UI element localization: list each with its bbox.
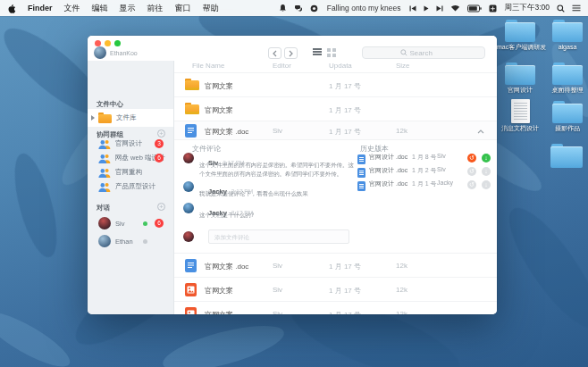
menu-bar: Finder 文件 编辑 显示 前往 窗口 帮助 Falling onto my… (0, 0, 588, 16)
unread-badge: 3 (155, 139, 164, 148)
spotlight-search-icon[interactable] (557, 4, 565, 13)
desktop-icon-mac-research[interactable]: mac客户端调研发 (497, 20, 543, 51)
comment-item: Jacky3:17 PM (183, 203, 194, 213)
compass-app-icon[interactable] (310, 4, 318, 13)
apple-menu-icon[interactable] (7, 3, 16, 13)
search-input[interactable] (410, 49, 448, 57)
restore-version-icon[interactable]: ↺ (467, 167, 476, 176)
menu-item-file[interactable]: 文件 (64, 3, 80, 14)
messages-icon[interactable] (294, 4, 303, 13)
file-row-folder-1[interactable]: 官网文案 1 月 17 号 (174, 72, 497, 96)
menu-item-edit[interactable]: 编辑 (92, 3, 108, 14)
menu-item-finder[interactable]: Finder (28, 4, 53, 13)
desktop-icon-message-doc[interactable]: 消息文档设计 (497, 99, 543, 132)
comment-text: 我就是来随便评论下，看看会出现什么效果 (199, 189, 358, 198)
current-user-chip[interactable]: EthanKoo (94, 46, 138, 59)
version-date: 1 月 8 号 (412, 153, 437, 162)
file-row-doc-2[interactable]: 官网文案 .doc Siv 1 月 17 号 12k (174, 253, 497, 277)
menu-item-go[interactable]: 前往 (147, 3, 164, 14)
version-name: 官网设计 .doc (369, 179, 407, 188)
minimize-window-button[interactable] (105, 40, 111, 46)
restore-version-icon[interactable]: ↺ (467, 180, 476, 189)
zoom-window-button[interactable] (114, 40, 121, 46)
input-source-icon[interactable] (489, 4, 497, 13)
commenter-avatar (183, 153, 194, 163)
group-icon (98, 182, 111, 192)
download-version-icon[interactable]: ↓ (482, 180, 491, 189)
group-icon (98, 168, 111, 178)
file-row-image-1[interactable]: 官网文案 Siv 1 月 17 号 12k (174, 277, 497, 301)
menu-item-help[interactable]: 帮助 (203, 3, 219, 14)
file-row-doc-expanded[interactable]: 官网文案 .doc Siv 1 月 17 号 12k (174, 121, 497, 139)
column-header-editor[interactable]: Editor (273, 62, 291, 70)
add-comment-field[interactable] (208, 229, 349, 244)
file-update: 1 月 17 号 (329, 286, 361, 296)
sidebar-chat-siv[interactable]: Siv 6 (88, 214, 173, 232)
collapse-chevron-icon[interactable] (477, 128, 484, 136)
menu-clock[interactable]: 周三下午3:00 (504, 3, 550, 13)
forward-button[interactable] (284, 47, 298, 59)
file-name: 官网文案 (205, 105, 233, 115)
file-size: 12k (396, 310, 407, 314)
file-name: 官网文案 (205, 286, 233, 296)
file-row-folder-2[interactable]: 官网文案 1 月 17 号 (174, 96, 497, 121)
file-name: 官网文案 (205, 310, 233, 314)
sidebar-item-label: 官网重构 (115, 168, 142, 177)
library-folder-icon (98, 113, 112, 123)
wifi-icon[interactable] (450, 4, 460, 12)
folder-icon (505, 20, 535, 42)
column-header-update[interactable]: Updata (329, 62, 352, 70)
desktop-icon-algasa[interactable]: algasa (544, 20, 588, 51)
list-view-button[interactable] (313, 48, 322, 55)
chat-name: Ethan (115, 238, 133, 246)
desktop-icon-label: 摄影作品 (544, 125, 588, 132)
sidebar-item-file-library[interactable]: 文件库 (88, 109, 173, 127)
grid-view-button[interactable] (327, 48, 336, 57)
folder-icon (552, 101, 583, 123)
version-row: 官网设计 .doc 1 月 8 号 Siv ↺ ↓ (357, 153, 490, 165)
notification-center-icon[interactable] (572, 4, 581, 12)
menu-item-view[interactable]: 显示 (120, 3, 136, 14)
notification-bell-icon[interactable] (279, 4, 287, 13)
add-comment-input[interactable] (209, 234, 349, 240)
download-version-icon[interactable]: ↓ (482, 154, 491, 163)
next-track-icon[interactable] (436, 5, 443, 12)
doc-file-icon (185, 124, 197, 139)
menu-item-window[interactable]: 窗口 (175, 3, 191, 14)
search-field[interactable] (362, 46, 485, 59)
file-update: 1 月 17 号 (329, 127, 361, 137)
file-editor: Siv (273, 127, 282, 135)
restore-version-icon[interactable]: ↺ (467, 154, 476, 163)
play-icon[interactable] (424, 5, 429, 12)
desktop-icon-folder[interactable] (543, 144, 588, 170)
desktop-icon-website-design[interactable]: 官网设计 (497, 63, 543, 94)
sidebar-chat-ethan[interactable]: Ethan (88, 232, 173, 250)
chat-avatar (98, 217, 111, 229)
file-update: 1 月 17 号 (329, 105, 361, 115)
column-header-size[interactable]: Size (396, 62, 410, 70)
column-header-name[interactable]: File Name (192, 62, 224, 70)
folder-icon (552, 20, 583, 42)
file-row-image-2[interactable]: 官网文案 Siv 1 月 17 号 12k (174, 301, 497, 314)
desktop-icon-to-organize[interactable]: 桌面待整理 (544, 63, 588, 94)
version-date: 1 月 1 号 (412, 179, 437, 188)
file-manager-window: EthanKoo 文件中心 文件库 协同群组 官网设计 3 (88, 36, 497, 314)
desktop-icon-photography[interactable]: 摄影作品 (544, 101, 588, 132)
add-chat-icon[interactable] (157, 203, 165, 211)
commenter-avatar (183, 181, 194, 192)
comment-text: 这个文档是干什么的? (199, 211, 358, 220)
download-version-icon[interactable]: ↓ (482, 167, 491, 176)
battery-icon[interactable] (467, 4, 482, 13)
file-size: 12k (396, 127, 407, 135)
back-button[interactable] (268, 47, 281, 59)
disclosure-triangle-icon[interactable] (91, 115, 95, 121)
file-editor: Siv (273, 310, 282, 314)
close-window-button[interactable] (95, 40, 101, 46)
previous-track-icon[interactable] (409, 5, 416, 12)
comment-item: Jacky3:17 PM (183, 181, 194, 192)
now-playing-title: Falling onto my knees (327, 4, 401, 13)
sidebar-group-prototype-design[interactable]: 产品原型设计 (88, 179, 173, 195)
user-avatar (94, 46, 106, 59)
folder-icon (505, 63, 535, 85)
sidebar-section-file-center: 文件中心 (97, 100, 123, 109)
